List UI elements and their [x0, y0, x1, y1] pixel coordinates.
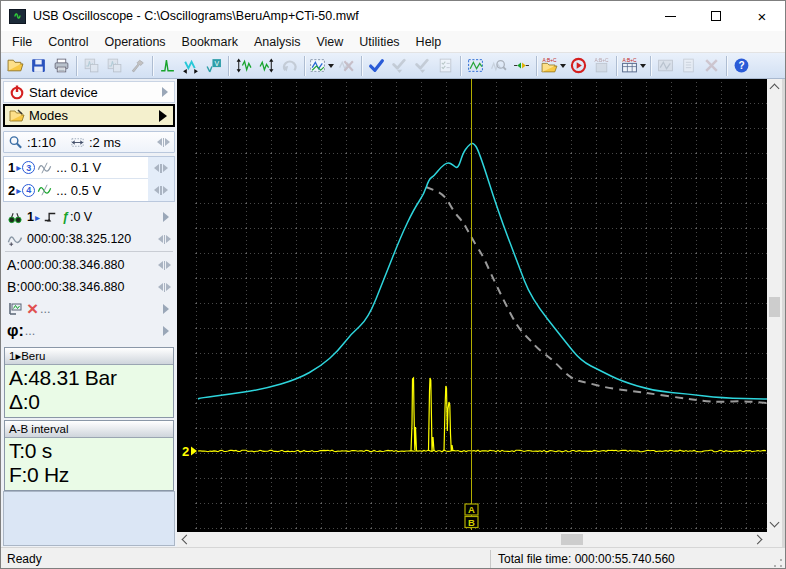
help-button[interactable]: ? [730, 55, 753, 77]
start-device-arrow-icon [162, 87, 168, 97]
impulse-button[interactable] [156, 55, 179, 77]
dropdown-arrow-icon[interactable] [560, 64, 566, 68]
measure-a-value: A:48.31 Bar [9, 366, 173, 390]
fit-horizontal-button[interactable] [510, 55, 533, 77]
abc-folder-icon: A:B+C [541, 57, 558, 74]
sync-nav-arrows[interactable] [158, 235, 172, 244]
channel-1-nav-arrows[interactable] [154, 164, 168, 173]
phase-label: φ: [7, 322, 24, 340]
print-button[interactable] [50, 55, 73, 77]
toolbar-separator [460, 56, 461, 76]
menu-file[interactable]: File [4, 32, 40, 52]
channel-2-nav-arrows[interactable] [154, 186, 168, 195]
save-file-button[interactable] [27, 55, 50, 77]
checklist-icon [437, 57, 454, 74]
svg-text:A:B+C: A:B+C [594, 58, 609, 63]
measure-panel-ab-header[interactable]: A-B interval [5, 421, 173, 438]
window-title: USB Oscilloscope - C:\Oscillograms\BeruA… [33, 9, 359, 23]
copy-wave-icon [83, 57, 100, 74]
scale-row[interactable]: :1:10 :2 ms [3, 131, 175, 153]
power-icon [9, 84, 25, 100]
cursor-a-label: A: [7, 257, 20, 273]
scroll-down-icon[interactable] [770, 518, 780, 528]
phase-arrow-icon [163, 326, 169, 336]
measure-panel-beru-header[interactable]: 1▸Beru [5, 348, 173, 365]
marker-row[interactable]: × ... [3, 298, 175, 320]
measure-panel-beru: 1▸Beru A:48.31 Bar Δ:0 [4, 347, 174, 418]
open-analysis-button[interactable]: A:B+C [540, 55, 567, 77]
apply-button[interactable] [365, 55, 388, 77]
select-region-button[interactable] [464, 55, 487, 77]
minimize-button[interactable] [647, 1, 693, 31]
toolbar-separator [228, 56, 229, 76]
check-gray-icon [391, 57, 408, 74]
trigger-arrow-icon [163, 212, 169, 222]
start-device-button[interactable]: Start device [3, 81, 175, 103]
scale-nav-arrows[interactable] [157, 138, 171, 147]
channel-2-row[interactable]: 2▸ 4 ... 0.5 V [4, 179, 174, 201]
vertical-scrollbar[interactable] [767, 79, 782, 532]
copy-wave-icon [106, 57, 123, 74]
scale-amplitude-button[interactable] [232, 55, 255, 77]
cursor-a-nav-arrows[interactable] [158, 261, 172, 270]
trigger-row[interactable]: 1▸ ƒ :0 V [3, 206, 175, 228]
channel-2-arrow-icon: ▸ [16, 185, 21, 196]
stretch-wave-button[interactable] [179, 55, 202, 77]
channel-2-range: ... 0.5 V [56, 183, 101, 198]
horizontal-scroll-thumb[interactable] [561, 534, 583, 545]
marker-arrow-icon [163, 304, 169, 314]
scale-time-button[interactable] [255, 55, 278, 77]
cursor-a-row[interactable]: A: 000:00:38.346.880 [3, 254, 175, 276]
sync-time-row[interactable]: 000:00:38.325.120 [3, 228, 175, 250]
trigger-level: :0 V [70, 210, 92, 224]
open-file-button[interactable] [4, 55, 27, 77]
toolbar-separator [304, 56, 305, 76]
scroll-up-icon[interactable] [770, 84, 780, 94]
trigger-channel-arrow-icon: ▸ [35, 212, 40, 223]
modes-label: Modes [29, 108, 68, 123]
menu-utilities[interactable]: Utilities [351, 32, 407, 52]
search-wave-button [487, 55, 510, 77]
print-icon [53, 57, 70, 74]
modes-folder-icon [9, 108, 25, 124]
vertical-scroll-thumb[interactable] [769, 297, 780, 317]
run-analysis-button[interactable] [567, 55, 590, 77]
menu-analysis[interactable]: Analysis [246, 32, 309, 52]
cursor-b-nav-arrows[interactable] [158, 283, 172, 292]
menu-view[interactable]: View [308, 32, 351, 52]
marker-clamp-icon [7, 301, 23, 317]
menu-help[interactable]: Help [408, 32, 450, 52]
waveform-canvas[interactable]: 2AB [177, 79, 767, 532]
abc-table-icon: A:B+C [621, 57, 638, 74]
toolbar-separator [536, 56, 537, 76]
scroll-right-icon[interactable] [753, 535, 763, 545]
erase-icon [338, 57, 355, 74]
dropdown-arrow-icon[interactable] [640, 64, 646, 68]
channels-box: 1▸ 3 ... 0.1 V 2▸ 4 [3, 156, 175, 202]
menu-bookmark[interactable]: Bookmark [174, 32, 246, 52]
analysis-panel-button[interactable]: A:B+C [620, 55, 647, 77]
phase-row[interactable]: φ: ... [3, 320, 175, 342]
modes-button[interactable]: Modes [3, 104, 175, 127]
scroll-left-icon[interactable] [182, 535, 192, 545]
control-sidebar: Start device Modes :1:10 :2 ms [1, 79, 177, 547]
cursor-b-row[interactable]: B: 000:00:38.346.880 [3, 276, 175, 298]
dropdown-arrow-icon[interactable] [328, 64, 334, 68]
toolbar-separator [152, 56, 153, 76]
resize-grip[interactable] [773, 558, 783, 568]
cursor-a-value: 000:00:38.346.880 [20, 258, 124, 272]
maximize-icon [711, 11, 721, 21]
spike-icon [159, 57, 176, 74]
channel-1-range: ... 0.1 V [56, 160, 101, 175]
menu-control[interactable]: Control [40, 32, 96, 52]
close-button[interactable]: × [739, 1, 785, 31]
channel-1-row[interactable]: 1▸ 3 ... 0.1 V [4, 157, 174, 179]
voltage-mark-button[interactable]: V [202, 55, 225, 77]
overlay-waves-button[interactable] [308, 55, 335, 77]
trigger-search-icon [7, 210, 23, 225]
channel-2-plot-marker: 2 [182, 444, 189, 459]
horizontal-scrollbar[interactable] [177, 532, 767, 547]
maximize-button[interactable] [693, 1, 739, 31]
menu-operations[interactable]: Operations [96, 32, 173, 52]
channel-2-number: 2 [8, 183, 15, 198]
